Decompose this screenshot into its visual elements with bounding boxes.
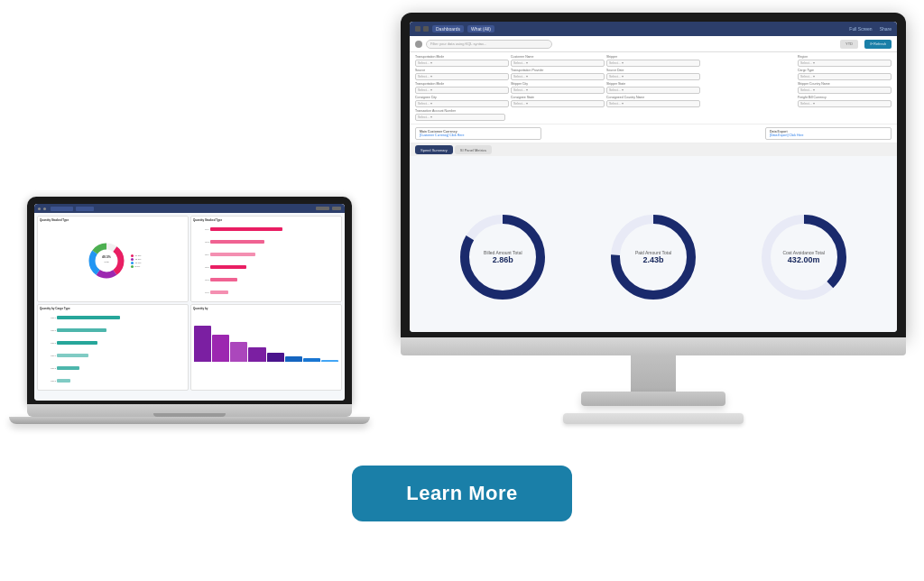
bar-fill-b2 [57, 328, 106, 332]
bar-fill-b4 [57, 354, 88, 357]
bar-fill-b6 [57, 379, 70, 383]
bar-row-2: Cat B [193, 240, 339, 244]
filter-select-cn[interactable]: Select... ▾ [511, 60, 605, 67]
filter-shipper-city: Shipper City Select... ▾ [511, 82, 605, 94]
filter-label-sh: Shipper [606, 55, 700, 59]
filter-shipper-country: Shipper Country Name Select... ▾ [798, 82, 892, 94]
bar-chart-horiz: Cat A Cat B Cat C [193, 224, 339, 298]
vert-bar-7 [303, 358, 320, 362]
filter-select-cc[interactable]: Select... ▾ [415, 100, 509, 107]
bar-label-b1: Type 1 [40, 317, 56, 318]
legend-label-1: 27.6% [134, 254, 141, 257]
monitor-screen: Dashboards What (All) Full Screen Share [410, 22, 897, 332]
legend-dot-2 [131, 258, 134, 261]
laptop-nav-dot-1 [38, 208, 41, 210]
chart-panel-bottom-right: Quantity by [190, 304, 342, 391]
bar-fill-b5 [57, 366, 79, 370]
filter-select-tp[interactable]: Select... ▾ [511, 73, 605, 80]
bar-label-3: Cat C [193, 254, 209, 255]
large-donut-2: Paid Amount Total 2.43b [604, 208, 703, 307]
laptop-base [27, 404, 352, 417]
filter-select-scc[interactable]: Select... ▾ [511, 87, 605, 94]
filter-select-tm2[interactable]: Select... ▾ [415, 87, 509, 94]
share-link[interactable]: Share [880, 26, 892, 32]
bar-row-5: Cat E [193, 278, 339, 281]
filter-select-tm[interactable]: Select... ▾ [415, 60, 509, 67]
laptop-ui: Quantity Stacked Type 4 [34, 204, 345, 401]
filter-select-sd[interactable]: Select... ▾ [606, 73, 700, 80]
donut-widget-2: Paid Amount Total 2.43b [604, 208, 703, 307]
search-placeholder: Filter your data using KQL syntax... [430, 42, 486, 46]
filter-label-scn: Shipper Country Name [798, 82, 892, 86]
bar-label-b3: Type 3 [40, 342, 56, 344]
bar-label-1: Cat A [193, 228, 209, 230]
filter-select-cs[interactable]: Select... ▾ [511, 100, 605, 107]
currency-block-export: Data Export [Data Export] Click Here [765, 127, 892, 140]
filter-shipper: Shipper Select... ▾ [606, 55, 700, 67]
bar-fill-3 [210, 253, 255, 256]
chart-title-bl: Quantity by Cargo Type [40, 307, 186, 310]
filter-row-3: Transportation Mode Select... ▾ Shipper … [415, 82, 892, 94]
ytd-button[interactable]: YTD [840, 40, 858, 49]
filter-select-ct[interactable]: Select... ▾ [798, 73, 892, 80]
fullscreen-link[interactable]: Full Screen [849, 26, 872, 32]
vert-bar-4 [248, 347, 265, 362]
filter-row-4: Consignee City Select... ▾ Consignee Sta… [415, 96, 892, 107]
currency-link-main[interactable]: [Customer Currency] Click Here [420, 134, 537, 137]
monitor-currency-row: Main Customer Currency [Customer Currenc… [410, 124, 897, 143]
learn-more-button[interactable]: Learn More [352, 466, 572, 521]
donut-value-2: 2.43b [635, 255, 671, 264]
chart-title-tr: Quantity Stacked Type [193, 218, 339, 222]
filter-row-2: Source Select... ▾ Transportation Provid… [415, 69, 892, 80]
legend-label-2: 15.5% [134, 258, 141, 261]
nav-tab-what[interactable]: What (All) [467, 25, 494, 32]
bar-label-5: Cat E [193, 279, 209, 281]
monitor-bezel: Dashboards What (All) Full Screen Share [401, 13, 906, 337]
filter-label-fb: Freight Bill Currency [798, 96, 892, 99]
filter-empty-2 [702, 69, 796, 80]
filter-transaction-account: Transaction Account Number Select... ▾ [415, 109, 505, 121]
filter-select-fb[interactable]: Select... ▾ [798, 100, 892, 107]
monitor-neck [631, 355, 676, 392]
chart-panel-bottom-left: Quantity by Cargo Type Type 1 Type 2 [37, 304, 189, 391]
monitor-search-box[interactable]: Filter your data using KQL syntax... [426, 40, 552, 49]
filter-consignee-state: Consignee State Select... ▾ [511, 96, 605, 107]
currency-link-export[interactable]: [Data Export] Click Here [770, 134, 887, 137]
laptop-screen: Quantity Stacked Type 4 [34, 204, 345, 401]
filter-select-ta[interactable]: Select... ▾ [415, 114, 505, 121]
legend-item-1: 27.6% [131, 254, 141, 257]
bar-label-b5: Type 5 [40, 367, 56, 369]
monitor-donuts-area: Billed Amount Total 2.86b [410, 156, 897, 332]
filter-freight-bill: Freight Bill Currency Select... ▾ [798, 96, 892, 107]
laptop-tab-what [76, 207, 94, 211]
chart-title-br: Quantity by [193, 307, 339, 310]
bar-row-b1: Type 1 [40, 316, 186, 319]
filter-label-sc: Source [415, 69, 509, 72]
bar-row-1: Cat A [193, 227, 339, 231]
bar-label-b2: Type 2 [40, 329, 56, 331]
vert-bar-2 [212, 335, 229, 362]
tab-si-panel-metrics[interactable]: SI Panel Metrics [455, 145, 492, 154]
filter-label-ss: Shipper State [606, 82, 700, 86]
laptop-topbar [34, 204, 345, 213]
bar-fill-2 [210, 240, 264, 244]
monitor-toolbar: Filter your data using KQL syntax... YTD… [410, 36, 897, 52]
refresh-button[interactable]: ⟳ Refresh [864, 40, 892, 49]
transaction-row: Transaction Account Number Select... ▾ [415, 109, 892, 121]
bar-chart-horiz-2: Type 1 Type 2 Type 3 [40, 312, 186, 386]
filter-select-ccn[interactable]: Select... ▾ [606, 100, 700, 107]
donut-widget-1: Billed Amount Total 2.86b [453, 208, 552, 307]
filter-select-sc[interactable]: Select... ▾ [415, 73, 509, 80]
legend-dot-1 [131, 254, 134, 257]
filter-select-rg[interactable]: Select... ▾ [798, 60, 892, 67]
filter-select-ss[interactable]: Select... ▾ [606, 87, 700, 94]
nav-tab-dashboards[interactable]: Dashboards [432, 25, 464, 32]
svg-text:Total: Total [105, 261, 110, 263]
filter-cargo-type: Cargo Type Select... ▾ [798, 69, 892, 80]
tab-spend-summary[interactable]: Spend Summary [415, 145, 453, 154]
filter-source-date: Source Date Select... ▾ [606, 69, 700, 80]
filter-select-scn[interactable]: Select... ▾ [798, 87, 892, 94]
filter-select-sh[interactable]: Select... ▾ [606, 60, 700, 67]
filter-label-tp: Transportation Provider [511, 69, 605, 72]
bar-label-4: Cat D [193, 266, 209, 268]
